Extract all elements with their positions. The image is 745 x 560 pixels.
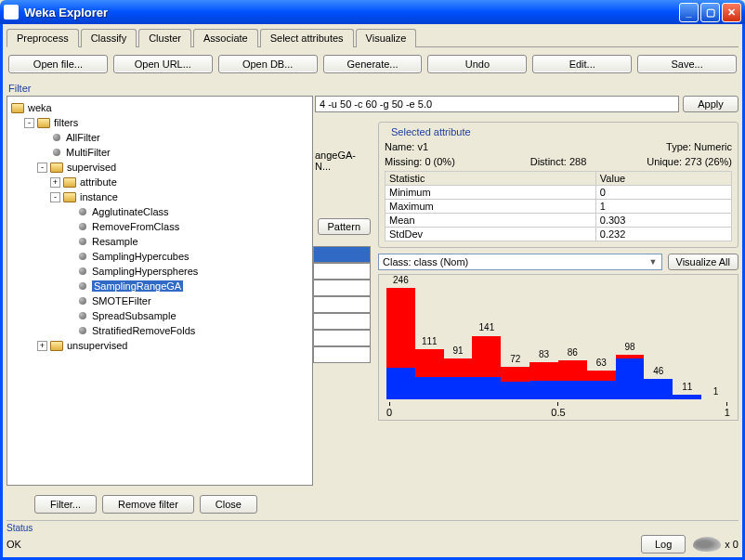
file-button-row: Open file... Open URL... Open DB... Gene…	[7, 53, 738, 81]
tree-node-removefromclass[interactable]: RemoveFromClass	[11, 219, 308, 234]
tree-node-filters[interactable]: - filters	[11, 115, 308, 130]
table-row: StdDev0.232	[386, 228, 732, 241]
expand-icon[interactable]: +	[50, 177, 60, 188]
tree-node-resample[interactable]: Resample	[11, 234, 308, 249]
chart-bar: 91	[444, 279, 473, 399]
chart-bar: 1	[701, 279, 730, 399]
tree-node-samplinghyperspheres[interactable]: SamplingHyperspheres	[11, 264, 308, 279]
filter-tree-popup[interactable]: weka - filters AllFilter MultiFilter	[7, 96, 313, 486]
tree-node-samplingrangega[interactable]: SamplingRangeGA	[11, 279, 308, 293]
attr-type: Numeric	[694, 141, 732, 152]
tree-node-stratifiedremovefolds[interactable]: StratifiedRemoveFolds	[11, 323, 308, 338]
chart-bar: 72	[501, 279, 529, 399]
expand-icon[interactable]: +	[37, 341, 47, 351]
collapse-icon[interactable]: -	[24, 118, 34, 128]
collapse-icon[interactable]: -	[50, 192, 60, 202]
tree-node-instance[interactable]: - instance	[11, 189, 308, 204]
attr-name: v1	[417, 141, 428, 152]
list-row[interactable]	[313, 346, 371, 363]
tab-cluster[interactable]: Cluster	[138, 29, 191, 47]
folder-icon	[37, 118, 50, 128]
close-button[interactable]: ✕	[722, 3, 741, 22]
remove-filter-button[interactable]: Remove filter	[102, 495, 194, 514]
apply-button[interactable]: Apply	[683, 96, 738, 112]
leaf-icon	[53, 134, 60, 141]
collapse-icon[interactable]: -	[37, 163, 47, 173]
filter-button[interactable]: Filter...	[34, 495, 97, 514]
tree-node-spreadsubsample[interactable]: SpreadSubsample	[11, 308, 308, 323]
pattern-button[interactable]: Pattern	[318, 218, 371, 235]
attr-unique: 273 (26%)	[685, 156, 732, 167]
x-tick: 0	[386, 402, 392, 418]
tab-associate[interactable]: Associate	[193, 29, 258, 47]
maximize-button[interactable]: ▢	[700, 3, 720, 22]
bird-count: x 0	[725, 539, 738, 550]
x-tick: 0.5	[551, 402, 565, 418]
leaf-icon	[79, 297, 86, 305]
tree-node-samplinghypercubes[interactable]: SamplingHypercubes	[11, 249, 308, 264]
titlebar: Weka Explorer _ ▢ ✕	[0, 0, 745, 24]
tab-select-attributes[interactable]: Select attributes	[260, 29, 354, 47]
tree-node-agglutinateclass[interactable]: AgglutinateClass	[11, 204, 308, 219]
open-db-button[interactable]: Open DB...	[218, 55, 318, 73]
list-row[interactable]	[313, 313, 371, 330]
attr-distinct: 288	[569, 156, 586, 167]
open-file-button[interactable]: Open file...	[8, 55, 108, 73]
tree-node-attribute[interactable]: + attribute	[11, 175, 308, 189]
chart-bar: 141	[472, 279, 501, 399]
tree-node-multifilter[interactable]: MultiFilter	[11, 145, 308, 160]
filter-group-label: Filter	[8, 83, 738, 94]
attribute-name-truncated: angeGA-N...	[315, 150, 371, 172]
tree-node-weka[interactable]: weka	[11, 100, 308, 115]
chart-bar: 63	[587, 279, 616, 399]
attr-missing: 0 (0%)	[425, 156, 454, 167]
tab-visualize[interactable]: Visualize	[356, 29, 417, 47]
undo-button[interactable]: Undo	[427, 55, 527, 73]
status-label: Status	[7, 523, 738, 533]
minimize-button[interactable]: _	[679, 3, 699, 22]
list-row[interactable]	[313, 246, 371, 263]
filter-text-input[interactable]: 4 -u 50 -c 60 -g 50 -e 5.0	[315, 96, 679, 112]
table-row: Mean0.303	[386, 214, 732, 228]
status-bar: Status OK Log x 0	[7, 520, 738, 553]
edit-button[interactable]: Edit...	[532, 55, 632, 73]
class-selector[interactable]: Class: class (Nom) ▼	[378, 254, 662, 270]
visualize-all-button[interactable]: Visualize All	[668, 254, 739, 270]
close-popup-button[interactable]: Close	[200, 495, 257, 514]
open-url-button[interactable]: Open URL...	[113, 55, 213, 73]
chart-bar: 86	[558, 279, 587, 399]
tab-bar: Preprocess Classify Cluster Associate Se…	[7, 28, 738, 47]
selected-attribute-group: Selected attribute Name: v1 Type: Numeri…	[378, 122, 738, 248]
tree-node-supervised[interactable]: - supervised	[11, 160, 308, 175]
histogram-chart: 24611191141728386639846111 0 0.5 1	[378, 274, 738, 421]
log-button[interactable]: Log	[641, 535, 686, 553]
chart-bar: 83	[529, 279, 558, 399]
group-title: Selected attribute	[388, 126, 474, 137]
list-row[interactable]	[313, 330, 371, 346]
leaf-icon	[79, 238, 86, 245]
leaf-icon	[53, 149, 60, 156]
folder-icon	[63, 177, 76, 188]
list-row[interactable]	[313, 296, 371, 313]
folder-icon	[50, 163, 63, 173]
list-row[interactable]	[313, 263, 371, 280]
leaf-icon	[79, 312, 86, 319]
save-button[interactable]: Save...	[637, 55, 737, 73]
list-row[interactable]	[313, 280, 371, 296]
window-title: Weka Explorer	[24, 6, 679, 20]
generate-button[interactable]: Generate...	[323, 55, 423, 73]
tab-classify[interactable]: Classify	[81, 29, 137, 47]
leaf-icon	[79, 253, 86, 260]
leaf-icon	[79, 223, 86, 230]
tab-preprocess[interactable]: Preprocess	[7, 29, 79, 47]
table-row: Maximum1	[386, 200, 732, 214]
tree-node-smotefilter[interactable]: SMOTEFilter	[11, 293, 308, 308]
chart-bar: 111	[415, 279, 444, 399]
tree-node-allfilter[interactable]: AllFilter	[11, 130, 308, 145]
stats-table: StatisticValue Minimum0Maximum1Mean0.303…	[385, 171, 732, 241]
weka-bird-icon	[693, 537, 721, 552]
leaf-icon	[79, 267, 86, 275]
tree-node-unsupervised[interactable]: + unsupervised	[11, 338, 308, 353]
table-row: Minimum0	[386, 186, 732, 200]
chart-bar: 98	[616, 279, 645, 399]
